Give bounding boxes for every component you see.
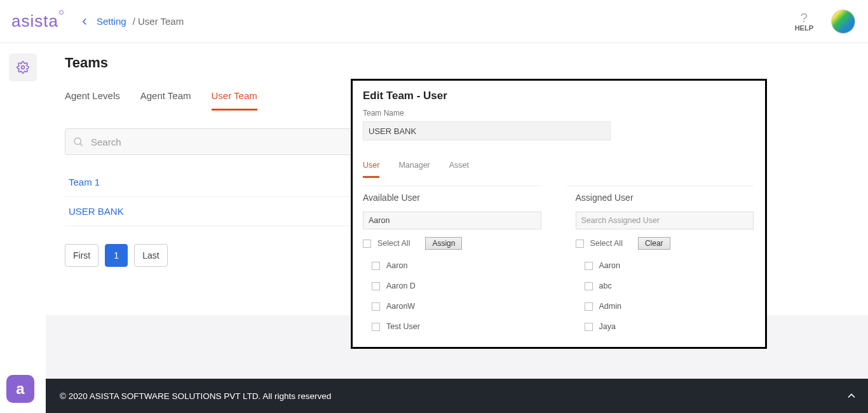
team-list: Team 1 USER BANK [65,168,389,226]
checkbox[interactable] [372,262,380,270]
avatar[interactable] [831,10,855,34]
assigned-user-column: Assigned User Select All Clear Aaron abc… [567,186,754,331]
search-icon [72,136,84,150]
available-user-column: Available User Select All Assign Aaron A… [363,186,541,331]
assigned-user-row[interactable]: Admin [585,302,754,311]
checkbox[interactable] [585,323,593,331]
main-content: Teams Agent Levels Agent Team User Team … [46,43,868,413]
assigned-select-all-checkbox[interactable] [576,240,584,248]
scroll-to-top-button[interactable] [835,379,868,413]
topbar: asista Setting / User Team ? HELP [0,0,868,43]
panel-tab-asset[interactable]: Asset [449,161,469,178]
assigned-user-row[interactable]: Aaron [585,261,754,270]
available-user-row[interactable]: AaronW [372,302,541,311]
available-select-all-checkbox[interactable] [363,240,371,248]
left-sidebar [0,43,46,413]
panel-tab-user[interactable]: User [363,161,379,178]
help-icon: ? [801,11,808,24]
tab-agent-team[interactable]: Agent Team [140,86,191,111]
gear-icon [17,61,29,74]
help-button[interactable]: ? HELP [795,11,813,32]
fab-icon: a [16,380,24,398]
tab-agent-levels[interactable]: Agent Levels [65,86,120,111]
panel-tab-manager[interactable]: Manager [398,161,430,178]
available-user-row[interactable]: Aaron [372,261,541,270]
svg-point-1 [74,138,81,145]
settings-gear-button[interactable] [9,53,37,81]
assign-button[interactable]: Assign [425,237,462,250]
checkbox[interactable] [372,282,380,290]
search-input[interactable] [65,128,363,155]
panel-title: Edit Team - User [363,90,754,102]
assigned-select-all-label: Select All [590,239,623,248]
chevron-up-icon [845,389,858,402]
assigned-search-input[interactable] [576,212,754,229]
checkbox[interactable] [372,302,380,311]
breadcrumb-current: / User Team [133,16,184,27]
brand-text: asista [11,11,58,30]
team-name-label: Team Name [363,109,754,118]
edit-team-panel: Edit Team - User Team Name User Manager … [351,79,767,349]
page-first[interactable]: First [65,244,98,267]
page-last[interactable]: Last [134,244,167,267]
checkbox[interactable] [585,282,593,290]
search-wrap [65,128,363,155]
assigned-user-row[interactable]: Jaya [585,322,754,331]
team-row[interactable]: USER BANK [65,197,389,226]
breadcrumb-setting[interactable]: Setting [97,16,126,27]
page-title: Teams [65,55,868,71]
assigned-title: Assigned User [576,193,754,203]
team-name-input[interactable] [363,121,611,140]
footer: © 2020 ASISTA SOFTWARE SOLUTIONS PVT LTD… [46,379,868,413]
checkbox[interactable] [585,302,593,311]
available-user-row[interactable]: Test User [372,322,541,331]
page-1[interactable]: 1 [105,244,128,267]
footer-text: © 2020 ASISTA SOFTWARE SOLUTIONS PVT LTD… [60,391,331,401]
tab-user-team[interactable]: User Team [212,86,257,111]
available-title: Available User [363,193,541,203]
available-select-all-label: Select All [377,239,410,248]
fab-button[interactable]: a [6,375,34,403]
available-search-input[interactable] [363,212,541,229]
panel-tabs: User Manager Asset [363,161,754,178]
help-label: HELP [795,24,813,32]
assigned-user-row[interactable]: abc [585,281,754,290]
checkbox[interactable] [585,262,593,270]
breadcrumb: Setting / User Team [79,16,184,27]
brand-ring-icon [59,10,64,15]
back-arrow-icon[interactable] [79,16,90,27]
brand-logo[interactable]: asista [11,11,65,31]
checkbox[interactable] [372,323,380,331]
svg-point-0 [22,66,25,69]
available-user-row[interactable]: Aaron D [372,281,541,290]
team-row[interactable]: Team 1 [65,168,389,197]
clear-button[interactable]: Clear [638,237,670,250]
